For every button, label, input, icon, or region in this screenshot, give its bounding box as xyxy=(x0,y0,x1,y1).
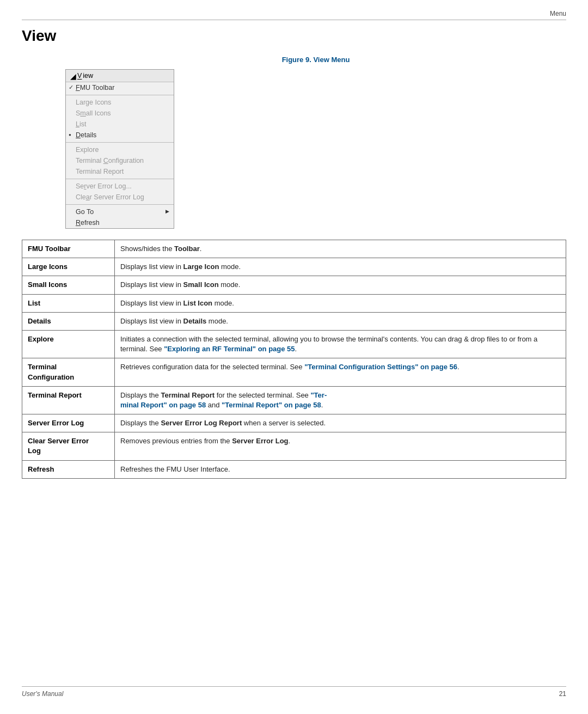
menu-separator-2 xyxy=(66,142,174,143)
table-row: Small Icons Displays list view in Small … xyxy=(22,276,566,294)
term-cell: Explore xyxy=(22,330,115,358)
menu-item-label: Clear Server Error Log xyxy=(76,193,144,201)
menu-item-label: Small Icons xyxy=(76,109,111,117)
menu-item-refresh[interactable]: Refresh xyxy=(66,217,174,228)
menu-item-small-icons[interactable]: Small Icons xyxy=(66,108,174,119)
menu-item-label: Details xyxy=(76,131,96,139)
table-row: List Displays list view in List Icon mod… xyxy=(22,294,566,312)
menu-item-terminal-config[interactable]: Terminal Configuration xyxy=(66,155,174,166)
link-text-2: "Terminal Report" on page 58 xyxy=(222,401,321,409)
menu-title-rest: iew xyxy=(83,72,93,80)
footer-right: 21 xyxy=(559,690,566,698)
menu-item-large-icons[interactable]: Large Icons xyxy=(66,97,174,108)
term-cell: FMU Toolbar xyxy=(22,240,115,258)
page-footer: User's Manual 21 xyxy=(22,686,566,698)
menu-item-label: FMU Toolbar xyxy=(76,84,114,91)
menu-item-label: Explore xyxy=(76,146,99,154)
menu-separator-1 xyxy=(66,95,174,95)
footer-left: User's Manual xyxy=(22,690,63,698)
term-cell: Refresh xyxy=(22,460,115,478)
term-cell: Details xyxy=(22,312,115,330)
menu-item-label: Terminal Report xyxy=(76,168,124,175)
menu-item-clear-server-error-log[interactable]: Clear Server Error Log xyxy=(66,192,174,203)
bold-text: List Icon xyxy=(183,299,212,307)
bold-text: Server Error Log Report xyxy=(161,419,242,427)
desc-cell: Removes previous entries from the Server… xyxy=(115,432,566,460)
bold-text: Large Icon xyxy=(183,263,219,271)
menu-item-explore[interactable]: Explore xyxy=(66,144,174,155)
cursor-icon: ◢ xyxy=(70,72,76,81)
menu-separator-3 xyxy=(66,179,174,179)
menu-item-label: Go To xyxy=(76,208,94,216)
table-row: Terminal Report Displays the Terminal Re… xyxy=(22,386,566,414)
info-table: FMU Toolbar Shows/hides the Toolbar. Lar… xyxy=(22,240,566,479)
desc-cell: Shows/hides the Toolbar. xyxy=(115,240,566,258)
menu-item-label: Large Icons xyxy=(76,99,111,106)
term-cell: Large Icons xyxy=(22,258,115,276)
menu-item-label: Server Error Log... xyxy=(76,182,132,190)
table-row: FMU Toolbar Shows/hides the Toolbar. xyxy=(22,240,566,258)
desc-cell: Displays list view in List Icon mode. xyxy=(115,294,566,312)
menu-item-label: Terminal Configuration xyxy=(76,157,144,164)
desc-cell: Displays list view in Large Icon mode. xyxy=(115,258,566,276)
menu-item-server-error-log[interactable]: Server Error Log... xyxy=(66,181,174,192)
section-title: View xyxy=(22,27,566,45)
view-menu-box: ◢ View FMU Toolbar Large Icons Small Ico… xyxy=(65,69,174,229)
menu-title-label: V xyxy=(77,72,82,80)
term-cell: List xyxy=(22,294,115,312)
table-row: TerminalConfiguration Retrieves configur… xyxy=(22,358,566,386)
page-header: Menu xyxy=(550,10,566,17)
bold-text: Small Icon xyxy=(183,280,219,289)
desc-cell: Retrieves configuration data for the sel… xyxy=(115,358,566,386)
desc-cell: Displays the Server Error Log Report whe… xyxy=(115,414,566,432)
term-cell: Clear Server ErrorLog xyxy=(22,432,115,460)
top-rule xyxy=(22,20,566,20)
menu-item-go-to[interactable]: Go To xyxy=(66,206,174,217)
table-row: Explore Initiates a connection with the … xyxy=(22,330,566,358)
bold-text: Toolbar xyxy=(174,245,200,253)
term-cell: Terminal Report xyxy=(22,386,115,414)
table-row: Details Displays list view in Details mo… xyxy=(22,312,566,330)
table-row: Large Icons Displays list view in Large … xyxy=(22,258,566,276)
menu-area: ◢ View FMU Toolbar Large Icons Small Ico… xyxy=(65,69,566,229)
term-cell: TerminalConfiguration xyxy=(22,358,115,386)
menu-item-details[interactable]: Details xyxy=(66,130,174,141)
menu-item-fmu-toolbar[interactable]: FMU Toolbar xyxy=(66,82,174,93)
table-row: Clear Server ErrorLog Removes previous e… xyxy=(22,432,566,460)
menu-item-label: Refresh xyxy=(76,219,100,227)
menu-item-terminal-report[interactable]: Terminal Report xyxy=(66,166,174,177)
figure-caption: Figure 9. View Menu xyxy=(65,56,566,64)
bold-text: Terminal Report xyxy=(161,391,215,399)
desc-cell: Displays list view in Small Icon mode. xyxy=(115,276,566,294)
menu-title-bar: ◢ View xyxy=(66,70,174,82)
main-content: View Figure 9. View Menu ◢ View FMU Tool… xyxy=(22,27,566,479)
link-text: "Terminal Configuration Settings" on pag… xyxy=(304,363,457,371)
bold-text: Details xyxy=(183,317,207,325)
desc-cell: Refreshes the FMU User Interface. xyxy=(115,460,566,478)
header-text: Menu xyxy=(550,10,566,17)
table-row: Server Error Log Displays the Server Err… xyxy=(22,414,566,432)
desc-cell: Displays list view in Details mode. xyxy=(115,312,566,330)
term-cell: Small Icons xyxy=(22,276,115,294)
term-cell: Server Error Log xyxy=(22,414,115,432)
desc-cell: Displays the Terminal Report for the sel… xyxy=(115,386,566,414)
menu-item-list[interactable]: List xyxy=(66,119,174,130)
menu-item-label: List xyxy=(76,120,86,128)
bold-text: Server Error Log xyxy=(232,437,288,445)
table-row: Refresh Refreshes the FMU User Interface… xyxy=(22,460,566,478)
desc-cell: Initiates a connection with the selected… xyxy=(115,330,566,358)
menu-separator-4 xyxy=(66,204,174,205)
link-text: "Exploring an RF Terminal" on page 55 xyxy=(164,345,295,353)
